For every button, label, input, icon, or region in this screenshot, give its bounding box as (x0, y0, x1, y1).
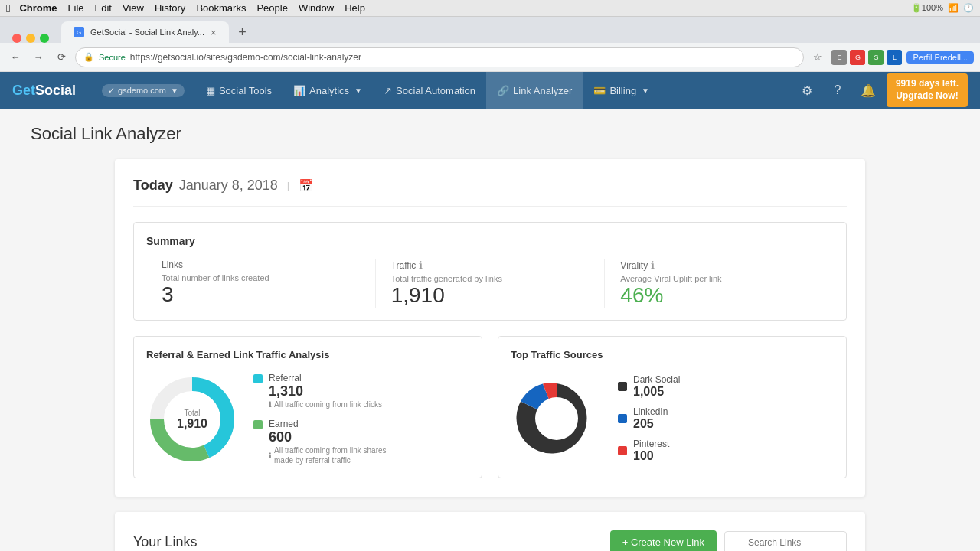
donut-center: Total 1,910 (177, 408, 207, 430)
fullscreen-button[interactable] (40, 34, 49, 43)
referral-value: 1,310 (269, 383, 382, 399)
menu-edit[interactable]: Edit (95, 2, 112, 14)
nav-billing[interactable]: 💳 Billing ▼ (583, 72, 660, 109)
metric-traffic: Traffic ℹ Total traffic generated by lin… (376, 259, 606, 308)
help-icon[interactable]: ? (825, 78, 850, 103)
automation-label: Social Automation (396, 85, 475, 96)
create-link-button[interactable]: + Create New Link (610, 530, 717, 551)
app-navbar: GetSocial ✓ gsdemo.com ▼ ▦ Social Tools … (0, 72, 980, 109)
page-content: Social Link Analyzer Today January 8, 20… (0, 109, 980, 551)
dark-social-dot (618, 382, 627, 391)
menu-history[interactable]: History (155, 2, 185, 14)
nav-menu: ✓ gsdemo.com ▼ ▦ Social Tools 📊 Analytic… (91, 72, 795, 109)
analytics-chevron: ▼ (354, 86, 362, 95)
earned-label: Earned (269, 419, 391, 429)
back-button[interactable]: ← (6, 48, 24, 67)
billing-chevron: ▼ (642, 86, 649, 95)
earned-value: 600 (269, 429, 391, 445)
search-links-input[interactable] (724, 531, 847, 552)
main-card: Today January 8, 2018 | 📅 Summary Links … (115, 159, 865, 497)
upgrade-line2: Upgrade Now! (896, 90, 959, 103)
earned-dot (253, 420, 263, 429)
social-tools-icon: ▦ (206, 85, 215, 96)
your-links-card: Your Links + Create New Link (115, 512, 865, 551)
site-label: gsdemo.com (118, 86, 166, 95)
legend-referral: Referral 1,310 ℹ All traffic coming from… (253, 373, 391, 409)
menubar-right-icons: 🔋100%📶🕐 (911, 3, 974, 13)
donut-center-value: 1,910 (177, 416, 207, 430)
secure-label: Secure (99, 53, 126, 62)
nav-social-automation[interactable]: ↗ Social Automation (373, 72, 486, 109)
extension-icons: E G S L (831, 50, 902, 65)
links-title: Your Links (133, 534, 197, 550)
donut-area: Total 1,910 Referral 1,310 ℹ (146, 373, 469, 465)
nav-social-tools[interactable]: ▦ Social Tools (195, 72, 283, 109)
mac-menubar:  Chrome File Edit View History Bookmark… (0, 0, 980, 17)
calendar-icon[interactable]: 📅 (299, 178, 314, 193)
nav-analytics[interactable]: 📊 Analytics ▼ (283, 72, 373, 109)
referral-info: Referral 1,310 ℹ All traffic coming from… (269, 373, 382, 409)
link-analyzer-icon: 🔗 (497, 85, 509, 96)
ext-icon-2[interactable]: G (850, 50, 865, 65)
page-title: Social Link Analyzer (0, 124, 980, 159)
linkedin-dot (618, 414, 627, 423)
upgrade-button[interactable]: 9919 days left. Upgrade Now! (887, 73, 968, 106)
browser-tab-active[interactable]: G GetSocial - Social Link Analy... × (61, 21, 229, 43)
linkedin-label: LinkedIn (633, 406, 668, 417)
donut-chart: Total 1,910 (146, 373, 238, 465)
metric-links-sublabel: Total number of links created (162, 273, 360, 282)
metric-virality-value: 46% (620, 283, 818, 308)
date-label: Today (133, 178, 173, 194)
address-bar[interactable]: 🔒 Secure https://getsocial.io/sites/gsde… (75, 47, 804, 67)
ext-icon-4[interactable]: L (887, 50, 902, 65)
source-dark-social: Dark Social 1,005 (618, 374, 680, 399)
nav-right: ⚙ ? 🔔 9919 days left. Upgrade Now! (795, 73, 968, 106)
earned-tooltip: ℹ All traffic coming from link shares ma… (269, 445, 391, 465)
address-bar-row: ← → ⟳ 🔒 Secure https://getsocial.io/site… (0, 43, 980, 72)
nav-site[interactable]: ✓ gsdemo.com ▼ (91, 72, 195, 109)
profile-button[interactable]: Perfil Predell... (906, 51, 974, 64)
browser-tabs: G GetSocial - Social Link Analy... × + (0, 17, 980, 43)
date-value: January 8, 2018 (179, 178, 278, 194)
nav-link-analyzer[interactable]: 🔗 Link Analyzer (486, 72, 583, 109)
summary-section: Summary Links Total number of links crea… (133, 222, 847, 321)
analytics-label: Analytics (309, 85, 349, 96)
menu-chrome[interactable]: Chrome (19, 2, 57, 14)
donut-center-label: Total (177, 408, 207, 416)
notifications-icon[interactable]: 🔔 (856, 78, 880, 103)
settings-icon[interactable]: ⚙ (795, 78, 819, 103)
billing-label: Billing (609, 85, 636, 96)
pinterest-value: 100 (633, 449, 669, 463)
traffic-help-icon[interactable]: ℹ (419, 259, 423, 271)
menu-bookmarks[interactable]: Bookmarks (196, 2, 246, 14)
pinterest-label: Pinterest (633, 439, 669, 449)
ext-icon-3[interactable]: S (868, 50, 884, 65)
menu-view[interactable]: View (122, 2, 144, 14)
menu-people[interactable]: People (256, 2, 287, 14)
forward-button[interactable]: → (29, 48, 47, 67)
virality-help-icon[interactable]: ℹ (651, 259, 655, 271)
menu-file[interactable]: File (68, 2, 84, 14)
metric-virality: Virality ℹ Average Viral Uplift per link… (605, 259, 834, 308)
tab-close-button[interactable]: × (211, 27, 217, 38)
metric-links: Links Total number of links created 3 (146, 259, 376, 308)
menu-window[interactable]: Window (299, 2, 334, 14)
secure-icon: 🔒 (83, 52, 94, 62)
referral-chart-card: Referral & Earned Link Traffic Analysis (133, 336, 482, 478)
metric-virality-sublabel: Average Viral Uplift per link (620, 274, 818, 283)
ext-icon-1[interactable]: E (831, 50, 847, 65)
apple-menu[interactable]:  (6, 2, 10, 15)
menu-help[interactable]: Help (345, 2, 365, 14)
site-badge: ✓ gsdemo.com ▼ (102, 84, 185, 97)
dark-social-label: Dark Social (633, 374, 680, 385)
bookmark-button[interactable]: ☆ (808, 48, 827, 67)
new-tab-button[interactable]: + (232, 21, 253, 43)
sources-legend: Dark Social 1,005 LinkedIn 205 (618, 374, 680, 463)
referral-chart-title: Referral & Earned Link Traffic Analysis (146, 349, 469, 360)
pinterest-dot (618, 446, 627, 455)
source-linkedin: LinkedIn 205 (618, 406, 680, 431)
pie-chart (511, 373, 603, 465)
reload-button[interactable]: ⟳ (52, 48, 70, 67)
minimize-button[interactable] (26, 34, 35, 43)
close-button[interactable] (12, 34, 21, 43)
